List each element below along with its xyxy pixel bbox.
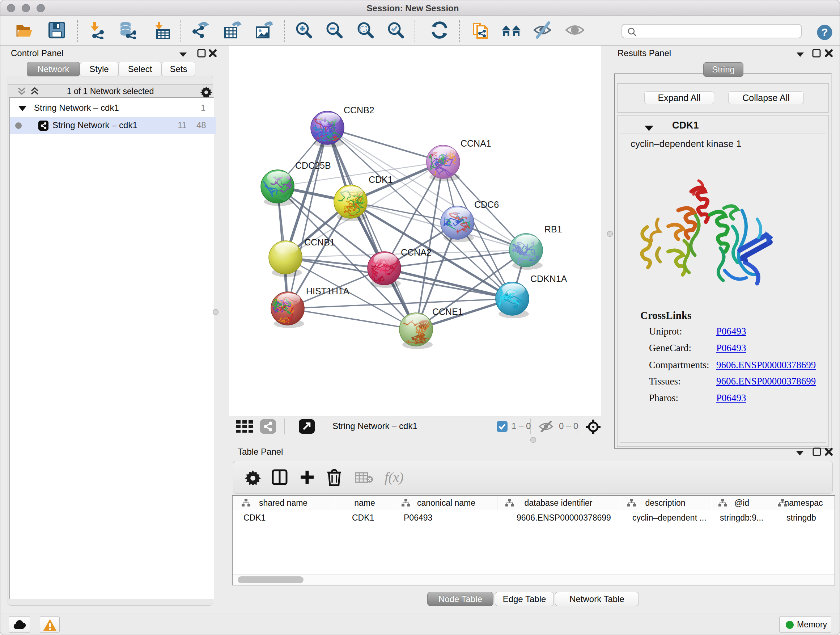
svg-text:CCNB2: CCNB2: [344, 105, 374, 115]
svg-text:CDC6: CDC6: [474, 200, 499, 210]
svg-text:CDKN1A: CDKN1A: [531, 274, 567, 284]
svg-text:CCNB1: CCNB1: [304, 237, 335, 247]
svg-text:RB1: RB1: [545, 224, 562, 234]
svg-text:CDC25B: CDC25B: [295, 160, 331, 171]
svg-text:CCNE1: CCNE1: [432, 307, 463, 317]
svg-text:HIST1H1A: HIST1H1A: [306, 286, 349, 296]
svg-text:CCNA2: CCNA2: [401, 247, 431, 257]
svg-text:CDK1: CDK1: [369, 174, 393, 185]
svg-text:?: ?: [821, 26, 828, 38]
svg-text:CCNA1: CCNA1: [461, 138, 491, 149]
